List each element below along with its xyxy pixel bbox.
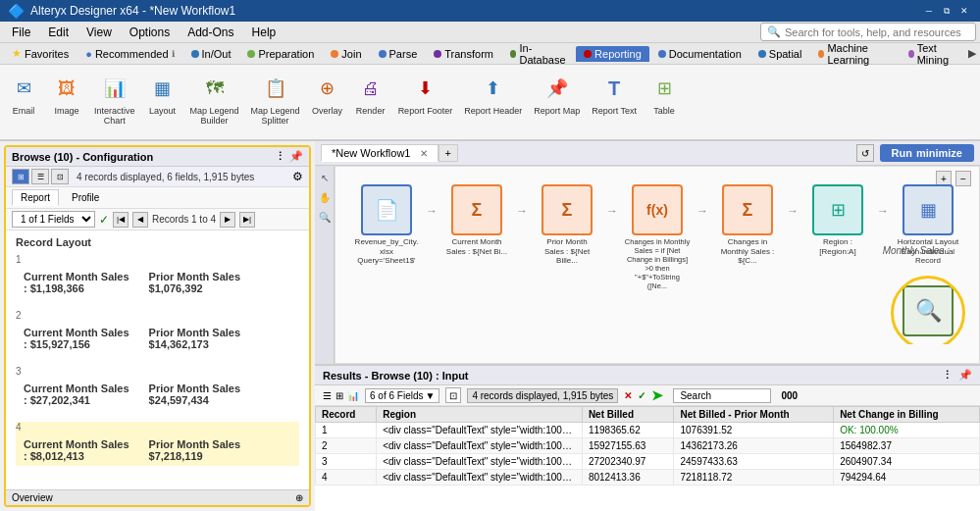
browse-tab-report[interactable]: Report — [12, 189, 59, 206]
close-button[interactable]: ✕ — [956, 3, 972, 19]
browse-header-right: ⋮ 📌 — [275, 150, 303, 163]
ribbon-table[interactable]: ⊞ Table — [645, 71, 684, 118]
record-3-field-1: Current Month Sales : $27,202,341 — [24, 383, 129, 406]
view-btn-table[interactable]: ⊞ — [12, 169, 29, 184]
ribbon-image[interactable]: 🖼 Image — [47, 71, 86, 118]
ribbon-report-map[interactable]: 📌 Report Map — [530, 71, 584, 118]
sidebar-hand-icon[interactable]: ✋ — [317, 189, 333, 205]
browse-tabs: Report Profile — [6, 187, 309, 209]
menu-addons[interactable]: Add-Ons — [180, 24, 241, 41]
results-table[interactable]: Record Region Net Billed Net Billed - Pr… — [315, 406, 980, 511]
tab-parse[interactable]: Parse — [371, 46, 426, 62]
results-header-controls: ⋮ 📌 — [942, 369, 972, 382]
tab-recommended[interactable]: ● Recommended ℹ — [77, 46, 181, 62]
record-item-1: 1 Current Month Sales : $1,198,366 Prior… — [16, 254, 299, 298]
canvas-tab-workflow1[interactable]: *New Workflow1 ✕ — [321, 144, 438, 162]
restore-button[interactable]: ⧉ — [939, 3, 954, 19]
ribbon-report-header[interactable]: ⬆ Report Header — [460, 71, 526, 118]
ribbon-email[interactable]: ✉ Email — [4, 71, 43, 118]
run-button[interactable]: Run minimize — [880, 144, 974, 162]
canvas-tabs: *New Workflow1 ✕ + — [321, 144, 458, 162]
fields-dropdown[interactable]: 1 of 1 Fields — [12, 211, 95, 228]
col-header-netbilled: Net Billed — [582, 407, 674, 423]
results-clear-btn[interactable]: ✕ — [624, 390, 632, 401]
right-panel: *New Workflow1 ✕ + ↺ Run minimize ↖ ✋ 🔍 — [315, 141, 980, 511]
ribbon-layout[interactable]: ▦ Layout — [143, 71, 182, 118]
ribbon-render[interactable]: 🖨 Render — [351, 71, 390, 118]
nav-first-btn[interactable]: |◀ — [113, 212, 129, 228]
results-menu-icon[interactable]: ⋮ — [942, 369, 953, 382]
tab-more[interactable]: ▶ — [968, 47, 976, 60]
sidebar-zoom-icon[interactable]: 🔍 — [317, 209, 333, 225]
ribbon-map-legend-builder[interactable]: 🗺 Map LegendBuilder — [186, 71, 243, 128]
arrow-2-3: → — [516, 204, 528, 218]
node-changes-formula[interactable]: f(x) Changes in Monthly Sales = if [Net … — [624, 184, 691, 290]
menu-view[interactable]: View — [78, 24, 120, 41]
results-search-box[interactable]: Search — [673, 388, 771, 403]
canvas-tab-add[interactable]: + — [438, 144, 458, 162]
results-fields-btn[interactable]: 6 of 6 Fields ▼ — [365, 388, 439, 403]
record-layout-header: Record Layout — [16, 236, 299, 248]
results-filter-icon[interactable]: ⊡ — [445, 387, 461, 403]
tab-reporting[interactable]: Reporting — [576, 46, 649, 62]
node-region[interactable]: ⊞ Region :[Region:A] — [804, 184, 871, 256]
node-current-month[interactable]: Σ Current MonthSales : ${Net Bi... — [443, 184, 510, 256]
nav-prev-btn[interactable]: ◀ — [132, 212, 148, 228]
results-row-4: 4 <div class="DefaultText" style="width:… — [316, 470, 980, 485]
record-1-field-2-label: Prior Month Sales — [149, 271, 241, 282]
view-btn-grid[interactable]: ⊡ — [51, 169, 69, 184]
ribbon-report-footer[interactable]: ⬇ Report Footer — [394, 71, 457, 118]
minimize-button[interactable]: ─ — [921, 3, 937, 19]
menu-edit[interactable]: Edit — [40, 24, 77, 41]
col-header-netbilled-prior: Net Billed - Prior Month — [674, 407, 834, 423]
results-apply-btn[interactable]: ✓ — [638, 390, 645, 401]
node-changes-monthly[interactable]: Σ Changes inMonthly Sales :${C... — [714, 184, 781, 266]
browse-panel-header: Browse (10) - Configuration ⋮ 📌 — [6, 147, 309, 167]
ribbon-overlay[interactable]: ⊕ Overlay — [308, 71, 347, 118]
report-map-icon: 📌 — [542, 73, 573, 104]
sidebar-pointer-icon[interactable]: ↖ — [317, 170, 333, 185]
results-pin-icon[interactable]: 📌 — [958, 369, 972, 382]
node-prior-month[interactable]: Σ Prior MonthSales : ${Net Bille... — [534, 184, 600, 266]
record-1-field-1-value: : $1,198,366 — [24, 282, 129, 294]
node-horizontal-layout[interactable]: ▦ Horizontal LayoutEach IndividualRecord… — [895, 184, 961, 336]
canvas-undo-icon[interactable]: ↺ — [856, 144, 874, 162]
browse-settings-icon[interactable]: ⚙ — [292, 170, 303, 183]
nav-last-btn[interactable]: ▶| — [239, 212, 255, 228]
tab-preparation[interactable]: Preparation — [239, 46, 322, 62]
search-input[interactable] — [785, 26, 961, 38]
node-revenue-city[interactable]: 📄 Revenue_by_City.xlsxQuery='Sheet1$' — [353, 184, 420, 266]
tab-indatabase[interactable]: In-Database — [502, 40, 575, 68]
tab-spatial[interactable]: Spatial — [750, 46, 810, 62]
tab-join[interactable]: Join — [323, 46, 369, 62]
overview-expand-icon[interactable]: ⊕ — [295, 492, 303, 503]
canvas-area[interactable]: + − 📄 Revenue_by_City.xlsxQuery='Sheet1$… — [335, 166, 980, 364]
canvas-header: *New Workflow1 ✕ + ↺ Run minimize — [315, 141, 980, 166]
search-box[interactable]: 🔍 — [760, 23, 976, 41]
table-icon: ⊞ — [648, 73, 680, 104]
ribbon-interactive-chart[interactable]: 📊 InteractiveChart — [90, 71, 139, 128]
panel-menu-icon[interactable]: ⋮ — [275, 150, 285, 163]
menu-options[interactable]: Options — [122, 24, 178, 41]
view-btn-list[interactable]: ☰ — [31, 169, 49, 184]
menu-help[interactable]: Help — [244, 24, 284, 41]
browse-node[interactable]: 🔍 — [903, 285, 954, 336]
nav-next-btn[interactable]: ▶ — [220, 212, 235, 228]
record-3-field-1-label: Current Month Sales — [24, 383, 129, 394]
tab-documentation[interactable]: Documentation — [650, 46, 749, 62]
ribbon-report-text[interactable]: T Report Text — [588, 71, 641, 118]
map-legend-builder-icon: 🗺 — [199, 73, 231, 104]
browse-tab-profile[interactable]: Profile — [63, 189, 108, 206]
tab-inout[interactable]: In/Out — [183, 46, 239, 62]
panel-pin-icon[interactable]: 📌 — [289, 150, 303, 163]
tab-favorites[interactable]: ★ Favorites — [4, 45, 77, 62]
menu-file[interactable]: File — [4, 24, 38, 41]
canvas-tab-close[interactable]: ✕ — [420, 148, 428, 159]
cell-2-netbilled: 15927155.63 — [582, 438, 674, 454]
tab-textmining[interactable]: Text Mining — [901, 40, 965, 68]
tab-transform[interactable]: Transform — [426, 46, 501, 62]
report-header-icon: ⬆ — [478, 73, 509, 104]
tab-machinelearning[interactable]: Machine Learning — [810, 40, 899, 68]
ribbon-map-legend-splitter[interactable]: 📋 Map LegendSplitter — [247, 71, 304, 128]
record-4-field-1-label: Current Month Sales — [24, 438, 129, 450]
